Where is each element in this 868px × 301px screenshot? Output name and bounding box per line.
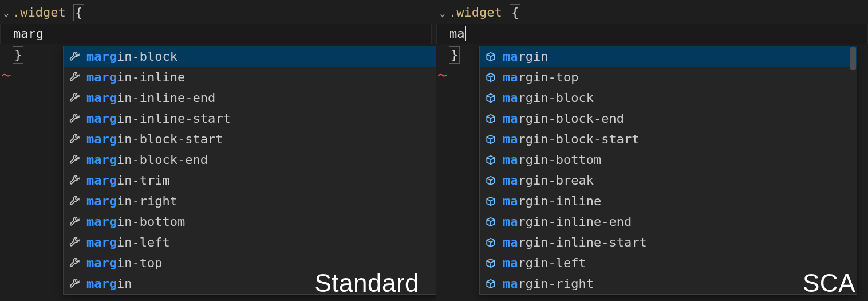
open-brace: { (510, 4, 520, 21)
suggestion-label: margin (86, 273, 132, 294)
suggestion-item[interactable]: margin-left (480, 253, 857, 273)
suggestion-label: margin-trim (86, 170, 170, 191)
suggestion-label: margin-inline-start (503, 232, 647, 253)
suggestion-label: margin-break (503, 170, 594, 191)
error-squiggle-icon: 〜 (436, 65, 449, 86)
suggestion-item[interactable]: margin-block-start (64, 129, 440, 150)
wrench-icon (68, 195, 81, 208)
suggestion-item[interactable]: margin (64, 273, 440, 294)
suggest-widget-standard[interactable]: margin-blockmargin-inlinemargin-inline-e… (63, 46, 441, 295)
suggestion-label: margin-block-end (503, 108, 624, 129)
cube-icon (484, 216, 497, 228)
suggestion-item[interactable]: margin (480, 46, 857, 67)
suggestion-label: margin (503, 46, 548, 67)
suggestion-label: margin-block (503, 88, 594, 108)
suggest-widget-sca[interactable]: marginmargin-topmargin-blockmargin-block… (479, 46, 857, 295)
suggestion-label: margin-bottom (86, 212, 185, 232)
suggestion-label: margin-right (86, 191, 177, 212)
suggestion-item[interactable]: margin-bottom (480, 150, 857, 170)
suggestion-label: margin-left (86, 232, 170, 253)
scrollbar-thumb[interactable] (850, 47, 856, 70)
input-line[interactable]: ma (436, 24, 868, 44)
cube-icon (484, 71, 497, 84)
suggestion-label: margin-bottom (503, 150, 601, 170)
suggestion-item[interactable]: margin-inline (64, 67, 440, 88)
suggestion-item[interactable]: margin-trim (64, 170, 440, 191)
suggestion-label: margin-inline-end (503, 212, 632, 232)
wrench-icon (68, 92, 81, 104)
cube-icon (484, 277, 497, 290)
comparison-root: ⌄ .widget { marg } 〜 margin-blockmargin-… (0, 0, 868, 301)
cube-icon (484, 195, 497, 208)
fold-icon[interactable]: ⌄ (436, 2, 449, 23)
suggestion-label: margin-top (503, 67, 578, 88)
error-squiggle-icon: 〜 (0, 65, 13, 86)
suggestion-label: margin-top (86, 253, 162, 273)
wrench-icon (68, 112, 81, 125)
suggestion-label: margin-inline-start (86, 108, 231, 129)
suggestion-label: margin-right (503, 273, 594, 294)
cube-icon (484, 236, 497, 249)
wrench-icon (68, 277, 81, 290)
wrench-icon (68, 216, 81, 228)
input-line[interactable]: marg (0, 24, 432, 44)
panel-standard: ⌄ .widget { marg } 〜 margin-blockmargin-… (0, 0, 432, 301)
wrench-icon (68, 133, 81, 146)
suggestion-item[interactable]: margin-top (64, 253, 440, 273)
cube-icon (484, 133, 497, 146)
code-line: ⌄ .widget { (0, 2, 432, 23)
wrench-icon (68, 257, 81, 269)
suggestion-label: margin-block-start (86, 129, 223, 150)
suggestion-item[interactable]: margin-right (64, 191, 440, 212)
suggestion-item[interactable]: margin-block-end (64, 150, 440, 170)
suggestion-item[interactable]: margin-left (64, 232, 440, 253)
suggestion-item[interactable]: margin-block-end (480, 108, 857, 129)
wrench-icon (68, 50, 81, 63)
suggestion-label: margin-block (86, 46, 177, 67)
suggestion-item[interactable]: margin-bottom (64, 212, 440, 232)
wrench-icon (68, 236, 81, 249)
panel-sca: ⌄ .widget { ma } 〜 marginmargin-topmargi… (436, 0, 868, 301)
suggestion-label: margin-left (503, 253, 586, 273)
wrench-icon (68, 154, 81, 166)
cube-icon (484, 112, 497, 125)
suggestion-label: margin-inline (86, 67, 185, 88)
suggestion-item[interactable]: margin-top (480, 67, 857, 88)
suggestion-item[interactable]: margin-right (480, 273, 857, 294)
suggestion-label: margin-inline-end (86, 88, 215, 108)
open-brace: { (73, 4, 84, 21)
wrench-icon (68, 71, 81, 84)
code-line: ⌄ .widget { (436, 2, 868, 23)
typed-text: ma (449, 24, 465, 44)
close-brace: } (449, 46, 460, 64)
suggestion-item[interactable]: margin-inline-end (64, 88, 440, 108)
suggestion-item[interactable]: margin-break (480, 170, 857, 191)
cube-icon (484, 154, 497, 166)
suggestion-item[interactable]: margin-block (64, 46, 440, 67)
suggestion-item[interactable]: margin-block-start (480, 129, 857, 150)
suggestion-label: margin-block-start (503, 129, 639, 150)
cube-icon (484, 174, 497, 187)
suggestion-label: margin-inline (503, 191, 601, 212)
typed-text: marg (13, 24, 44, 44)
suggestion-item[interactable]: margin-inline-end (480, 212, 857, 232)
suggestion-item[interactable]: margin-inline-start (64, 108, 440, 129)
css-selector: .widget (449, 2, 502, 23)
suggestion-label: margin-block-end (86, 150, 208, 170)
wrench-icon (68, 174, 81, 187)
suggestion-item[interactable]: margin-inline-start (480, 232, 857, 253)
cube-icon (484, 92, 497, 104)
text-caret (465, 26, 466, 41)
fold-icon[interactable]: ⌄ (0, 2, 13, 23)
close-brace: } (13, 46, 23, 64)
cube-icon (484, 257, 497, 269)
css-selector: .widget (13, 2, 66, 23)
cube-icon (484, 50, 497, 63)
suggestion-item[interactable]: margin-inline (480, 191, 857, 212)
suggestion-item[interactable]: margin-block (480, 88, 857, 108)
